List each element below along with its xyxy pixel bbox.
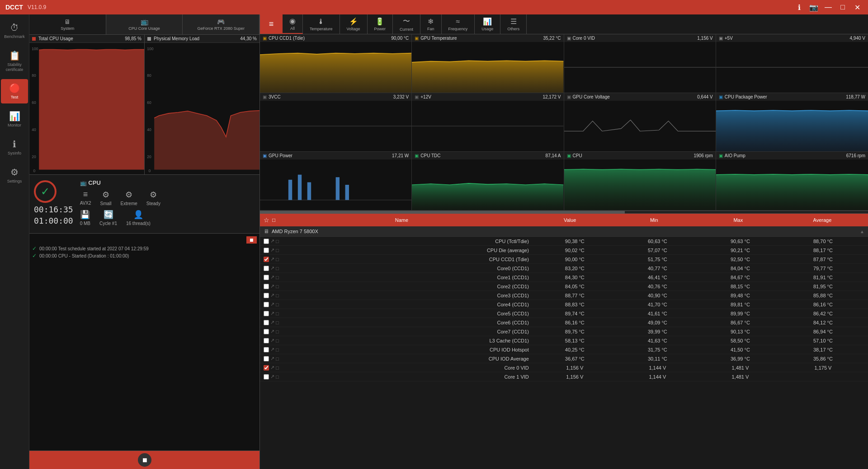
test-option-extreme[interactable]: ⚙ Extreme — [121, 190, 137, 206]
test-option-small[interactable]: ⚙ Small — [100, 190, 112, 206]
row-monitor-icon[interactable]: □ — [276, 284, 279, 289]
sub-tab-geforce[interactable]: 🎮 GeForce RTX 2080 Super — [183, 14, 259, 34]
sidebar-item-test[interactable]: 🔴 Test — [1, 79, 28, 103]
row-graph-icon[interactable]: ↗ — [270, 256, 274, 262]
row-value: 88,77 °C — [533, 293, 616, 298]
graph-tab-frequency[interactable]: ≈ Frequency — [442, 14, 475, 34]
row-graph-icon[interactable]: ↗ — [270, 347, 274, 352]
stop-button[interactable]: ⏹ — [138, 453, 151, 467]
cell-3vcc-chart — [260, 101, 411, 151]
row-checkbox[interactable] — [264, 266, 269, 271]
row-checkbox[interactable] — [264, 257, 269, 262]
row-checkbox[interactable] — [264, 275, 269, 280]
row-graph-icon[interactable]: ↗ — [270, 365, 274, 371]
row-checkbox[interactable] — [264, 239, 269, 244]
camera-button[interactable]: 📷 — [808, 2, 819, 13]
row-monitor-icon[interactable]: □ — [276, 248, 279, 253]
row-graph-icon[interactable]: ↗ — [270, 319, 274, 325]
cell-3vcc-title: ▣ 3VCC — [263, 94, 281, 99]
row-checkbox[interactable] — [264, 284, 269, 289]
row-monitor-icon[interactable]: □ — [276, 356, 279, 361]
sub-tab-system[interactable]: 🖥 System — [29, 14, 106, 34]
row-monitor-icon[interactable]: □ — [276, 239, 279, 244]
table-row: ↗ □ Core3 (CCD1) 88,77 °C 40,90 °C 89,48… — [260, 291, 868, 300]
row-checkbox[interactable] — [264, 293, 269, 298]
maximize-button[interactable]: □ — [837, 2, 848, 13]
row-monitor-icon[interactable]: □ — [276, 293, 279, 298]
log-record-btn[interactable]: ⏹ — [246, 236, 257, 244]
row-checkbox[interactable] — [264, 311, 269, 316]
row-graph-icon[interactable]: ↗ — [270, 265, 274, 271]
row-monitor-icon[interactable]: □ — [276, 338, 279, 343]
threads-label: 16 thread(s) — [126, 221, 151, 226]
monitor-pin-icon[interactable]: □ — [272, 217, 275, 223]
row-monitor-icon[interactable]: □ — [276, 275, 279, 280]
row-graph-icon[interactable]: ↗ — [270, 247, 274, 253]
sidebar-item-settings[interactable]: ⚙ Settings — [1, 163, 28, 188]
memory-chart-title: Physical Memory Load — [147, 36, 199, 41]
row-checkbox[interactable] — [264, 248, 269, 253]
row-graph-icon[interactable]: ↗ — [270, 283, 274, 289]
cell-aio-pump-val: 6716 rpm — [846, 153, 865, 158]
left-panel: 🖥 System 📺 CPU Core Usage 🎮 GeForce RTX … — [29, 14, 260, 469]
cpu-tdc-ind: ▣ — [415, 153, 419, 158]
cell-core0-vid-title: ▣ Core 0 VID — [567, 36, 595, 41]
cell-cpu-usage-chart — [564, 159, 716, 210]
close-button[interactable]: ✕ — [852, 2, 863, 13]
hamburger-button[interactable]: ≡ — [260, 14, 283, 34]
graph-tab-voltage[interactable]: ⚡ Voltage — [340, 14, 368, 34]
sub-tab-cpu-core[interactable]: 📺 CPU Core Usage — [106, 14, 183, 34]
row-graph-icon[interactable]: ↗ — [270, 301, 274, 307]
row-checkbox[interactable] — [264, 347, 269, 352]
graph-tab-power[interactable]: 🔋 Power — [368, 14, 393, 34]
row-value: 89,74 °C — [533, 311, 616, 316]
collapse-icon[interactable]: ▲ — [860, 229, 864, 234]
row-graph-icon[interactable]: ↗ — [270, 328, 274, 334]
star-icon[interactable]: ☆ — [264, 216, 269, 224]
row-monitor-icon[interactable]: □ — [276, 257, 279, 262]
graph-tab-temperature[interactable]: 🌡 Temperature — [303, 14, 340, 34]
graph-tab-fan[interactable]: ❄ Fan — [420, 14, 442, 34]
row-checkbox[interactable] — [264, 374, 269, 380]
row-controls: ↗ □ — [264, 247, 279, 253]
graph-tab-usage[interactable]: 📊 Usage — [475, 14, 500, 34]
row-value: 1,156 V — [533, 374, 616, 380]
row-checkbox[interactable] — [264, 302, 269, 307]
graph-tab-current[interactable]: 〜 Current — [393, 14, 420, 34]
cell-cpu-tdc: ▣ CPU TDC 87,14 A — [412, 152, 564, 211]
row-monitor-icon[interactable]: □ — [276, 311, 279, 316]
row-graph-icon[interactable]: ↗ — [270, 292, 274, 298]
row-graph-icon[interactable]: ↗ — [270, 374, 274, 380]
test-option-avx2[interactable]: ≡ AVX2 — [80, 190, 91, 206]
sidebar-item-stability[interactable]: 📋 Stability certificate — [1, 47, 28, 76]
sidebar-item-sysinfo[interactable]: ℹ SysInfo — [1, 135, 28, 159]
graph-tab-others[interactable]: ☰ Others — [500, 14, 527, 34]
info-button[interactable]: ℹ — [794, 2, 805, 13]
row-monitor-icon[interactable]: □ — [276, 365, 279, 371]
sidebar-label-benchmark: Benchmark — [4, 34, 25, 39]
row-graph-icon[interactable]: ↗ — [270, 238, 274, 244]
row-graph-icon[interactable]: ↗ — [270, 338, 274, 343]
test-option-steady[interactable]: ⚙ Steady — [146, 190, 160, 206]
row-graph-icon[interactable]: ↗ — [270, 274, 274, 280]
row-graph-icon[interactable]: ↗ — [270, 310, 274, 316]
row-controls: ↗ □ — [264, 301, 279, 307]
graph-tab-all[interactable]: ◉ All — [283, 14, 303, 34]
row-monitor-icon[interactable]: □ — [276, 374, 279, 380]
row-checkbox[interactable] — [264, 365, 269, 371]
row-monitor-icon[interactable]: □ — [276, 329, 279, 334]
cell-gpu-power: ▣ GPU Power 17,21 W — [260, 152, 412, 211]
row-checkbox[interactable] — [264, 356, 269, 361]
row-checkbox[interactable] — [264, 338, 269, 343]
sidebar-item-benchmark[interactable]: ⏱ Benchmark — [1, 19, 28, 43]
table-row: ↗ □ Core4 (CCD1) 88,83 °C 41,70 °C 89,81… — [260, 300, 868, 309]
row-monitor-icon[interactable]: □ — [276, 347, 279, 352]
row-monitor-icon[interactable]: □ — [276, 302, 279, 307]
row-monitor-icon[interactable]: □ — [276, 266, 279, 271]
minimize-button[interactable]: — — [823, 2, 834, 13]
row-checkbox[interactable] — [264, 329, 269, 334]
row-graph-icon[interactable]: ↗ — [270, 356, 274, 361]
sidebar-item-monitor[interactable]: 📊 Monitor — [1, 107, 28, 131]
row-monitor-icon[interactable]: □ — [276, 320, 279, 325]
row-checkbox[interactable] — [264, 320, 269, 325]
